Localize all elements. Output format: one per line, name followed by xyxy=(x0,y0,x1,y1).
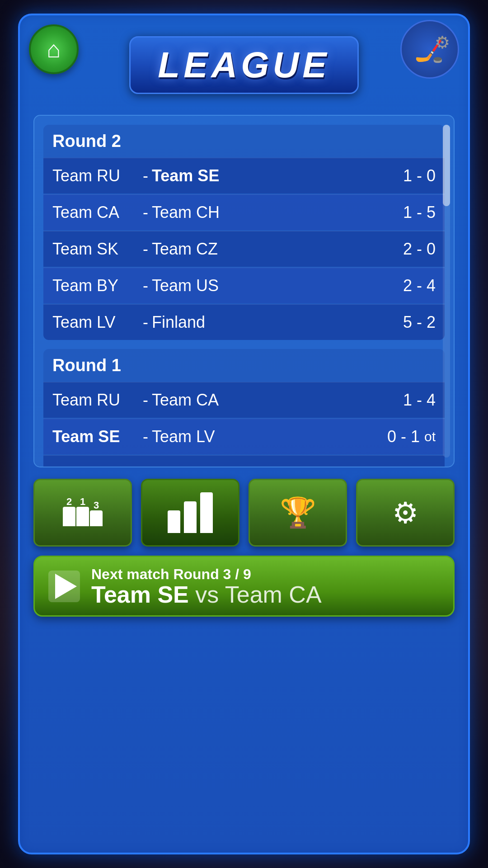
table-row: Finland - Team BY 2 - 0 xyxy=(43,455,445,467)
team-away: Team CH xyxy=(152,203,390,222)
gear-settings-icon: ⚙ xyxy=(392,496,418,530)
league-banner: LEAGUE xyxy=(129,36,358,94)
score: 2 - 0 xyxy=(390,240,436,259)
play-icon xyxy=(55,574,77,599)
dash: - xyxy=(143,313,148,332)
team-home: Team SK xyxy=(52,240,143,259)
next-match-teams: Team SE vs Team CA xyxy=(91,583,322,606)
next-match-label: Next match Round 3 / 9 xyxy=(91,566,322,583)
score: 2 - 4 xyxy=(390,276,436,295)
dash: - xyxy=(143,240,148,259)
scrollbar[interactable] xyxy=(443,125,450,458)
trophy-icon: 🏆 xyxy=(280,495,316,530)
table-row: Team SE - Team LV 0 - 1 ot xyxy=(43,419,445,454)
dash: - xyxy=(143,203,148,222)
team-away: Team US xyxy=(152,276,390,295)
match-history-panel: Round 2 Team RU - Team SE 1 - 0 Team CA … xyxy=(33,115,455,467)
table-row: Team RU - Team SE 1 - 0 xyxy=(43,158,445,193)
score: 1 - 5 xyxy=(390,203,436,222)
table-row: Team LV - Finland 5 - 2 xyxy=(43,304,445,340)
score: 0 - 1 xyxy=(375,427,420,446)
score: 1 - 4 xyxy=(390,391,436,410)
play-button[interactable] xyxy=(48,571,80,602)
team-home: Team SE xyxy=(52,427,143,446)
score: 2 - 0 xyxy=(390,464,436,467)
dash: - xyxy=(143,276,148,295)
team-home: Team CA xyxy=(52,203,143,222)
home-button[interactable]: ⌂ xyxy=(29,24,79,74)
table-row: Team BY - Team US 2 - 4 xyxy=(43,268,445,303)
bar-2 xyxy=(184,501,197,533)
team-away: Team SE xyxy=(152,166,390,185)
settings-header-button[interactable]: 🏒 ⚙ xyxy=(400,20,459,79)
dash: - xyxy=(143,166,148,185)
home-icon: ⌂ xyxy=(47,36,61,63)
team-home: Finland xyxy=(52,464,143,467)
round-2-header: Round 2 xyxy=(43,125,445,158)
next-match-away-team: Team CA xyxy=(225,581,322,608)
standings-button[interactable]: 2 1 3 xyxy=(33,479,132,547)
scrollbar-thumb[interactable] xyxy=(443,125,450,206)
team-away: Team BY xyxy=(152,464,390,467)
team-home: Team RU xyxy=(52,166,143,185)
gear-icon: ⚙ xyxy=(435,33,450,52)
bar-chart-icon xyxy=(168,492,213,533)
team-home: Team BY xyxy=(52,276,143,295)
team-away: Finland xyxy=(152,313,390,332)
next-match-vs: vs xyxy=(195,581,225,608)
score: 1 - 0 xyxy=(390,166,436,185)
team-away: Team LV xyxy=(152,427,375,446)
ot-label: ot xyxy=(424,429,436,444)
score: 5 - 2 xyxy=(390,313,436,332)
table-row: Team CA - Team CH 1 - 5 xyxy=(43,194,445,230)
bar-1 xyxy=(168,510,180,533)
dash: - xyxy=(143,464,148,467)
round-2-section: Round 2 Team RU - Team SE 1 - 0 Team CA … xyxy=(43,125,445,340)
league-title: LEAGUE xyxy=(158,44,330,86)
main-panel: ⌂ LEAGUE 🏒 ⚙ Round 2 Team RU - Team SE 1… xyxy=(18,14,470,854)
team-home: Team LV xyxy=(52,313,143,332)
next-match-button[interactable]: Next match Round 3 / 9 Team SE vs Team C… xyxy=(33,556,455,617)
next-match-info: Next match Round 3 / 9 Team SE vs Team C… xyxy=(91,566,322,606)
dash: - xyxy=(143,391,148,410)
team-away: Team CZ xyxy=(152,240,390,259)
next-match-home-team: Team SE xyxy=(91,581,189,608)
settings-button[interactable]: ⚙ xyxy=(356,479,455,547)
team-home: Team RU xyxy=(52,391,143,410)
bar-3 xyxy=(200,492,213,533)
table-row: Team RU - Team CA 1 - 4 xyxy=(43,382,445,418)
table-row: Team SK - Team CZ 2 - 0 xyxy=(43,231,445,267)
action-buttons: 2 1 3 xyxy=(33,479,455,547)
header: ⌂ LEAGUE 🏒 ⚙ xyxy=(20,15,468,115)
trophy-button[interactable]: 🏆 xyxy=(249,479,347,547)
stats-button[interactable] xyxy=(141,479,239,547)
team-away: Team CA xyxy=(152,391,390,410)
round-1-section: Round 1 Team RU - Team CA 1 - 4 Team SE … xyxy=(43,349,445,467)
round-1-header: Round 1 xyxy=(43,349,445,382)
dash: - xyxy=(143,427,148,446)
